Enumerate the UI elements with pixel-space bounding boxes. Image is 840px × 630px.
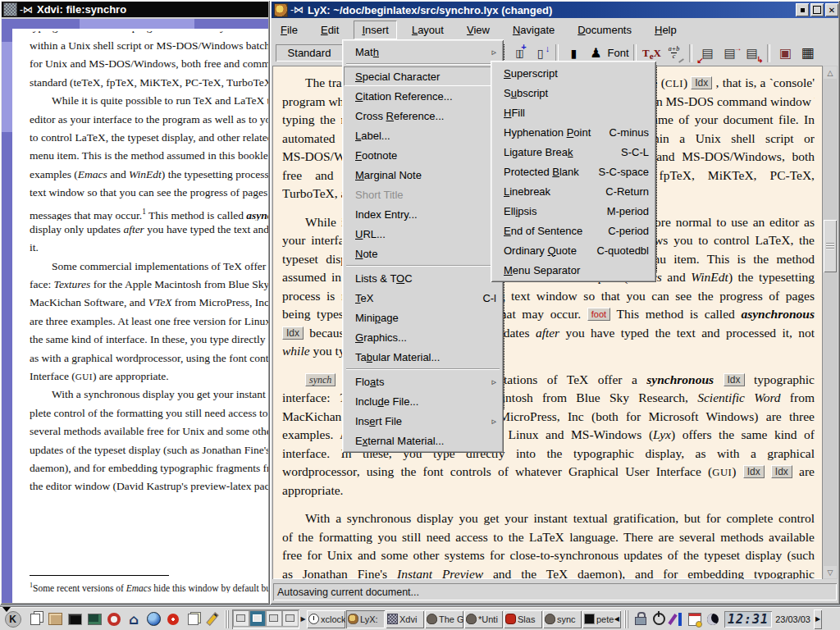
- pager-desktop-1[interactable]: [233, 610, 249, 627]
- maximize-button[interactable]: [810, 3, 824, 16]
- task-button-xdvi[interactable]: Xdvi: [386, 610, 424, 628]
- insert-menu-item-note[interactable]: Note: [344, 244, 502, 263]
- insert-margin-note-button[interactable]: [719, 43, 741, 64]
- insert-figure-button[interactable]: [774, 43, 797, 64]
- insert-menu-item-insert-file[interactable]: Insert File▹: [344, 411, 502, 431]
- task-button-slas[interactable]: Slas: [504, 610, 542, 628]
- index-inset-button[interactable]: Idx: [282, 326, 304, 340]
- browser-icon[interactable]: [144, 609, 163, 629]
- xdvi-titlebar[interactable]: -⋈ Xdvi: file:synchro: [2, 2, 268, 17]
- index-inset-button[interactable]: Idx: [724, 373, 745, 386]
- scroll-up-button[interactable]: △: [824, 66, 837, 79]
- menu-navigate[interactable]: Navigate: [504, 21, 563, 39]
- special-char-item-linebreak[interactable]: LinebreakC-Return: [492, 181, 655, 201]
- show-desktop-icon[interactable]: [45, 609, 65, 629]
- kmail-icon[interactable]: [163, 609, 183, 629]
- lock-tray-icon[interactable]: [632, 609, 650, 629]
- insert-menu-item-math[interactable]: Math▹: [344, 42, 502, 62]
- insert-menu-item-tabular-material[interactable]: Tabular Material...: [344, 347, 502, 367]
- special-char-item-end-of-sentence[interactable]: End of SentenceC-period: [492, 221, 655, 240]
- special-char-item-ligature-break[interactable]: Ligature BreakS-C-L: [492, 142, 655, 162]
- desktop-pager[interactable]: [232, 609, 299, 629]
- math-mode-button[interactable]: a+bc: [663, 43, 685, 64]
- menu-insert[interactable]: Insert: [354, 21, 397, 39]
- taskbar-scroll-left-icon[interactable]: ▶: [299, 610, 307, 628]
- change-depth-button[interactable]: [741, 43, 763, 64]
- footnote-inset-button[interactable]: foot: [587, 308, 610, 321]
- panel-handle[interactable]: [225, 610, 230, 628]
- insert-menu-item-cross-reference[interactable]: Cross Reference...: [344, 106, 502, 126]
- scroll-down-button[interactable]: ▽: [824, 566, 837, 578]
- panel-hide-arrow[interactable]: ▶: [814, 609, 822, 629]
- kterm-icon[interactable]: [84, 609, 104, 629]
- index-inset-button[interactable]: Idx: [743, 465, 765, 478]
- document-scrollbar[interactable]: △ ▽: [822, 66, 838, 579]
- insert-table-button[interactable]: [797, 43, 819, 64]
- insert-menu-item-graphics[interactable]: Graphics...: [344, 327, 502, 347]
- konsole-icon[interactable]: [65, 609, 84, 629]
- insert-menu-item-url[interactable]: URL...: [344, 224, 502, 244]
- task-button-unti[interactable]: *Unti: [464, 610, 503, 628]
- logout-tray-icon[interactable]: [650, 609, 668, 629]
- moon-tray-icon[interactable]: [704, 609, 722, 629]
- pager-desktop-4[interactable]: [282, 610, 299, 627]
- insert-menu-item-tex[interactable]: TeXC-l: [344, 288, 502, 308]
- lyx-titlebar[interactable]: -⋈ LyX: ~/doc/beginlatex/src/synchro.lyx…: [272, 2, 838, 18]
- window-list-icon[interactable]: [25, 609, 45, 629]
- insert-footnote-button[interactable]: [696, 43, 719, 64]
- special-char-item-ordinary-quote[interactable]: Ordinary QuoteC-quotedbl: [492, 240, 655, 260]
- insert-menu-item-floats[interactable]: Floats▹: [344, 372, 502, 391]
- special-char-item-hfill[interactable]: HFill: [492, 103, 655, 122]
- digital-clock[interactable]: 12:31: [724, 611, 772, 628]
- close-button[interactable]: ✕: [825, 3, 838, 16]
- special-char-item-ellipsis[interactable]: EllipsisM-period: [492, 201, 655, 221]
- insert-menu-item-special-character[interactable]: Special Character▹: [344, 66, 502, 86]
- insert-menu-item-citation-reference[interactable]: Citation Reference...: [344, 86, 502, 106]
- pager-desktop-2[interactable]: [249, 610, 266, 627]
- organizer-tray-icon[interactable]: [686, 609, 704, 629]
- special-char-item-protected-blank[interactable]: Protected BlankS-C-space: [492, 162, 655, 181]
- special-char-item-subscript[interactable]: Subscript: [492, 83, 655, 103]
- task-button-pete[interactable]: pete◀: [582, 610, 621, 628]
- knotes-icon[interactable]: [183, 609, 203, 629]
- task-button-theg[interactable]: The G: [425, 610, 463, 628]
- insert-menu-item-marginal-note[interactable]: Marginal Note: [344, 165, 502, 185]
- menu-file[interactable]: File: [272, 21, 306, 39]
- scrollbar-thumb[interactable]: [824, 220, 837, 272]
- menu-documents[interactable]: Documents: [569, 21, 640, 39]
- pager-desktop-3[interactable]: [266, 610, 282, 627]
- home-icon[interactable]: ⌂: [124, 609, 144, 629]
- menu-help[interactable]: Help: [646, 21, 685, 39]
- menu-view[interactable]: View: [459, 21, 498, 39]
- panel-handle[interactable]: [624, 610, 629, 628]
- xdvi-vscroll-thumb[interactable]: [2, 42, 12, 132]
- xdvi-hscroll-thumb[interactable]: [80, 19, 194, 29]
- editor-icon[interactable]: [203, 609, 222, 629]
- insert-menu-item-footnote[interactable]: Footnote: [344, 145, 502, 165]
- menu-edit[interactable]: Edit: [313, 21, 347, 39]
- index-inset-button[interactable]: Idx: [771, 465, 792, 478]
- task-button-lyx[interactable]: LyX:: [346, 610, 385, 628]
- insert-menu-item-index-entry[interactable]: Index Entry...: [344, 204, 502, 224]
- insert-menu-item-label[interactable]: Label...: [344, 126, 502, 145]
- index-inset-button[interactable]: Idx: [691, 76, 712, 89]
- insert-menu-item-external-material[interactable]: External Material...: [344, 431, 502, 450]
- xdvi-vertical-scrollbar[interactable]: [2, 19, 12, 603]
- xdvi-window-menu-icon[interactable]: -⋈: [20, 4, 33, 16]
- insert-menu-item-include-file[interactable]: Include File...: [344, 391, 502, 411]
- special-char-item-hyphenation-point[interactable]: Hyphenation PointC-minus: [492, 122, 655, 142]
- layout-combo[interactable]: Standard: [276, 44, 343, 62]
- xdvi-horizontal-scrollbar[interactable]: [12, 19, 268, 29]
- menu-layout[interactable]: Layout: [404, 21, 452, 39]
- insert-menu-item-minipage[interactable]: Minipage: [344, 308, 502, 327]
- lyx-window-menu-icon[interactable]: -⋈: [290, 4, 304, 16]
- iconify-button[interactable]: [796, 3, 809, 16]
- klipper-tray-icon[interactable]: [668, 609, 686, 629]
- help-icon[interactable]: [104, 609, 124, 629]
- collapsed-inset-button[interactable]: synch: [305, 373, 336, 386]
- task-button-xclock[interactable]: xclock: [307, 610, 345, 628]
- task-button-sync[interactable]: sync: [543, 610, 582, 628]
- k-menu-button[interactable]: K: [2, 609, 24, 629]
- insert-menu-item-lists-toc[interactable]: Lists & TOC: [344, 268, 502, 288]
- special-char-item-superscript[interactable]: Superscript: [492, 63, 655, 83]
